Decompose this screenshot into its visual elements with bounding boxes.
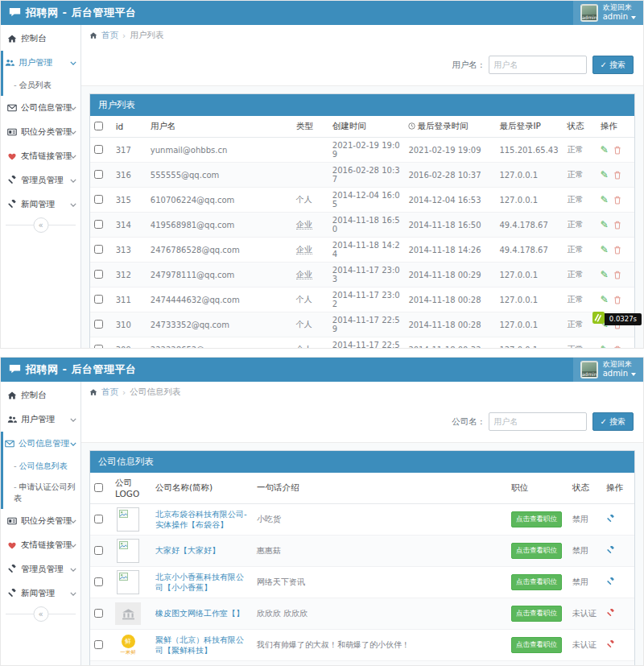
select-all-checkbox[interactable] [94, 122, 103, 130]
row-checkbox[interactable] [94, 320, 103, 329]
company-status: 禁用 [568, 567, 602, 598]
search-button[interactable]: ✓ 搜索 [592, 412, 634, 431]
company-name[interactable]: 聚鲜（北京）科技有限公司【聚鲜科技】 [155, 635, 244, 656]
column-header-ip: 最后登录IP [495, 116, 563, 138]
trash-icon[interactable] [613, 296, 621, 304]
edit-icon[interactable]: ✎ [601, 244, 609, 255]
edit-icon[interactable]: ✎ [601, 194, 609, 205]
row-checkbox[interactable] [94, 170, 103, 179]
sidebar-group-admins[interactable]: 管理员管理 [1, 557, 80, 581]
trash-icon[interactable] [613, 271, 621, 279]
trash-icon[interactable] [613, 246, 621, 254]
sidebar-group-links[interactable]: 友情链接管理 [1, 144, 80, 168]
sidebar-group-positions[interactable]: 职位分类管理 [1, 120, 80, 144]
company-name[interactable]: 北京小小香蕉科技有限公司【小小香蕉】 [155, 573, 244, 593]
view-jobs-button[interactable]: 点击查看职位 [511, 637, 562, 653]
sidebar-group-company-info[interactable]: 公司信息管理 [1, 96, 80, 120]
sidebar-group-news[interactable]: 新闻管理 [1, 581, 80, 606]
trash-icon[interactable] [613, 221, 621, 230]
debug-badge[interactable]: 0.0327s [592, 312, 642, 327]
trash-icon[interactable] [613, 146, 621, 155]
username: admin [603, 12, 628, 23]
sidebar-group-positions[interactable]: 职位分类管理 [1, 509, 80, 533]
sidebar-group-users[interactable]: 用户管理 [1, 407, 80, 432]
column-header-ops: 操作 [597, 116, 634, 138]
caret-down-icon [631, 16, 636, 19]
companies-table: 公司LOGO 公司名称(简称) 一句话介绍 职位 状态 操作 [90, 473, 634, 666]
wrench-icon[interactable] [606, 577, 615, 586]
user-last-login-time: 2021-02-19 19:09 [404, 138, 495, 163]
edit-icon[interactable]: ✎ [601, 294, 609, 305]
company-name[interactable]: 大家好【大家好】 [155, 546, 220, 555]
row-checkbox[interactable] [94, 245, 103, 254]
sidebar-item-member-list[interactable]: 会员列表 [3, 75, 80, 96]
edit-icon[interactable]: ✎ [601, 144, 609, 155]
sidebar-group-admins[interactable]: 管理员管理 [1, 168, 80, 192]
sidebar-group-news[interactable]: 新闻管理 [1, 192, 80, 217]
user-last-login-ip: 127.0.0.1 [495, 287, 563, 312]
trash-icon[interactable] [613, 196, 621, 205]
sidebar-group-users[interactable]: 用户管理 [3, 51, 80, 75]
sidebar-collapse-button[interactable]: « [33, 606, 48, 622]
row-checkbox[interactable] [94, 546, 103, 555]
user-type: 个人 [296, 295, 312, 304]
home-icon [89, 388, 97, 396]
sidebar-item-company-info-list[interactable]: 公司信息列表 [3, 456, 80, 477]
row-checkbox[interactable] [94, 345, 103, 350]
view-jobs-button[interactable]: 点击查看职位 [511, 543, 562, 559]
user-id: 314 [112, 213, 147, 238]
wrench-icon[interactable] [606, 546, 615, 555]
select-all-checkbox[interactable] [94, 483, 103, 492]
trash-icon[interactable] [613, 345, 621, 349]
view-jobs-button[interactable]: 点击查看职位 [511, 574, 562, 590]
company-name[interactable]: 北京布袋谷科技有限公司-实体操作【布袋谷】 [155, 510, 247, 530]
gavel-icon [7, 176, 17, 185]
sidebar-collapse-button[interactable]: « [33, 217, 48, 233]
search-input[interactable] [489, 56, 587, 74]
sidebar-item-company-apply-list[interactable]: 申请认证公司列表 [3, 477, 80, 509]
trash-icon[interactable] [613, 171, 621, 180]
user-menu[interactable]: admin 欢迎回来 admin [573, 358, 643, 382]
company-name[interactable]: 橡皮图文网络工作室【】 [155, 609, 244, 618]
edit-icon[interactable]: ✎ [601, 169, 609, 180]
sidebar-item-console[interactable]: 控制台 [1, 27, 80, 51]
breadcrumb-home[interactable]: 首页 [101, 387, 118, 398]
wrench-icon[interactable] [606, 609, 615, 618]
sidebar-group-company-info[interactable]: 公司信息管理 [3, 432, 80, 456]
row-checkbox[interactable] [94, 195, 103, 204]
search-label: 用户名 : [452, 60, 482, 71]
edit-icon[interactable]: ✎ [601, 344, 609, 349]
row-checkbox[interactable] [94, 270, 103, 279]
search-input[interactable] [489, 412, 587, 431]
company-row: 鲜 一米鲜 威盘股 北京布袋谷科技有限公司-实体操作【布袋谷】 [90, 504, 634, 536]
edit-icon[interactable]: ✎ [601, 269, 609, 280]
row-checkbox[interactable] [94, 609, 103, 618]
brand[interactable]: 招聘网 - 后台管理平台 [1, 1, 144, 25]
search-bar: 用户名 : ✓ 搜索 [81, 46, 643, 85]
row-checkbox[interactable] [94, 295, 103, 304]
user-status: 正常 [564, 188, 597, 213]
brand[interactable]: 招聘网 - 后台管理平台 [1, 358, 144, 382]
row-checkbox[interactable] [94, 640, 103, 649]
comment-icon [9, 364, 21, 376]
screen-company-list: 招聘网 - 后台管理平台 admin 欢迎回来 admin 控制台 用户管理 [0, 357, 644, 666]
breadcrumb-home[interactable]: 首页 [101, 30, 118, 41]
row-checkbox[interactable] [94, 515, 103, 523]
brand-title: 招聘网 - 后台管理平台 [26, 362, 136, 377]
view-jobs-button[interactable]: 点击查看职位 [511, 606, 562, 622]
row-checkbox[interactable] [94, 220, 103, 229]
user-menu[interactable]: admin 欢迎回来 admin [573, 1, 643, 25]
sidebar-item-console[interactable]: 控制台 [1, 383, 80, 407]
row-checkbox[interactable] [94, 145, 103, 154]
column-header-status: 状态 [564, 116, 597, 138]
wrench-icon[interactable] [606, 515, 615, 523]
wrench-icon[interactable] [606, 640, 615, 649]
search-button[interactable]: ✓ 搜索 [592, 56, 634, 74]
chevron-down-icon [70, 179, 76, 183]
sidebar-group-links[interactable]: 友情链接管理 [1, 533, 80, 557]
comment-icon [9, 7, 21, 19]
user-row: 309 222228652@qq.com 个人 2014-11-17 22:56… [90, 337, 634, 350]
view-jobs-button[interactable]: 点击查看职位 [511, 511, 562, 527]
row-checkbox[interactable] [94, 577, 103, 586]
edit-icon[interactable]: ✎ [601, 219, 609, 230]
